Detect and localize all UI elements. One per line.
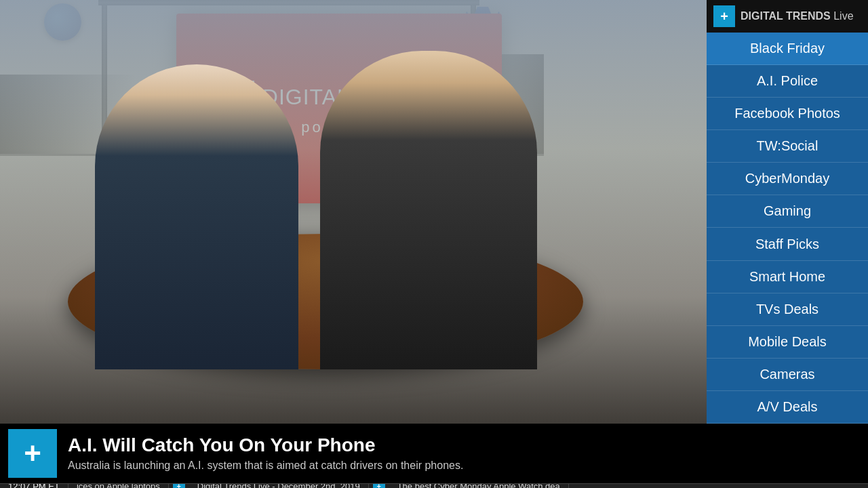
sidebar-item-ai-police[interactable]: A.I. Police	[707, 65, 868, 98]
bottom-bar: + A.I. Will Catch You On Your Phone Aust…	[0, 424, 868, 488]
ticker-time: 12:07 PM ET	[0, 483, 68, 488]
sidebar-item-smart-home[interactable]: Smart Home	[707, 261, 868, 293]
host-right	[320, 51, 537, 369]
sidebar-item-tw-social[interactable]: TW:Social	[707, 130, 868, 163]
ticker-content: ices on Apple laptops + Digital Trends L…	[68, 483, 868, 488]
sidebar-item-cameras[interactable]: Cameras	[707, 359, 868, 391]
bottom-text-content: A.I. Will Catch You On Your Phone Austra…	[68, 434, 463, 473]
news-subtext: Australia is launching an A.I. system th…	[68, 459, 463, 473]
news-headline: A.I. Will Catch You On Your Phone	[68, 434, 463, 457]
sidebar-logo-icon: +	[713, 5, 735, 27]
sidebar-item-tvs-deals[interactable]: TVs Deals	[707, 293, 868, 326]
sidebar-item-cyber-monday[interactable]: CyberMonday	[707, 163, 868, 195]
ticker-segment-2: Digital Trends Live - December 2nd, 2019	[189, 483, 369, 488]
sidebar-brand: DIGITAL TRENDS Live	[741, 10, 854, 22]
sidebar-item-staff-picks[interactable]: Staff Picks	[707, 228, 868, 260]
sidebar-item-av-deals[interactable]: A/V Deals	[707, 391, 868, 424]
ticker-logo-icon: +	[173, 483, 185, 488]
bottom-logo: +	[8, 429, 57, 478]
ticker-segment-3: The best Cyber Monday Apple Watch dea	[389, 483, 569, 488]
ticker-segment-1: ices on Apple laptops	[68, 483, 169, 488]
bottom-main-content: + A.I. Will Catch You On Your Phone Aust…	[0, 424, 868, 483]
sidebar-header: + DIGITAL TRENDS Live	[707, 0, 868, 33]
news-ticker: 12:07 PM ET ices on Apple laptops + Digi…	[0, 483, 868, 488]
sidebar: + DIGITAL TRENDS Live Black Friday A.I. …	[707, 0, 868, 424]
sidebar-item-gaming[interactable]: Gaming	[707, 195, 868, 228]
ticker-logo-icon-2: +	[373, 483, 385, 488]
sidebar-item-mobile-deals[interactable]: Mobile Deals	[707, 326, 868, 359]
host-left	[95, 64, 298, 369]
sidebar-item-black-friday[interactable]: Black Friday	[707, 33, 868, 65]
sidebar-item-facebook-photos[interactable]: Facebook Photos	[707, 98, 868, 130]
video-feed: + DIGITAL TRENDS portland +	[0, 0, 707, 424]
